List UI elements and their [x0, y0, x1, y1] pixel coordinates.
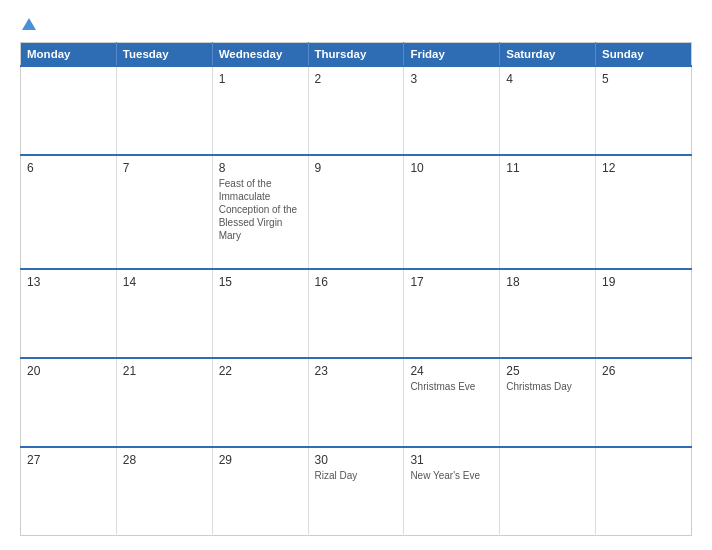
calendar-cell: 26 — [596, 358, 692, 447]
calendar-cell — [116, 66, 212, 155]
calendar-cell: 14 — [116, 269, 212, 358]
day-number: 16 — [315, 275, 398, 289]
calendar-cell: 21 — [116, 358, 212, 447]
calendar-page: MondayTuesdayWednesdayThursdayFridaySatu… — [0, 0, 712, 550]
day-number: 28 — [123, 453, 206, 467]
calendar-cell: 12 — [596, 155, 692, 270]
calendar-cell: 28 — [116, 447, 212, 536]
day-number: 26 — [602, 364, 685, 378]
calendar-cell — [500, 447, 596, 536]
day-number: 19 — [602, 275, 685, 289]
calendar-cell: 9 — [308, 155, 404, 270]
calendar-cell: 29 — [212, 447, 308, 536]
day-number: 27 — [27, 453, 110, 467]
week-row-1: 678Feast of the Immaculate Conception of… — [21, 155, 692, 270]
day-number: 9 — [315, 161, 398, 175]
weekday-saturday: Saturday — [500, 43, 596, 67]
event-text: Rizal Day — [315, 469, 398, 482]
day-number: 12 — [602, 161, 685, 175]
weekday-tuesday: Tuesday — [116, 43, 212, 67]
week-row-3: 2021222324Christmas Eve25Christmas Day26 — [21, 358, 692, 447]
calendar-cell: 2 — [308, 66, 404, 155]
calendar-cell: 1 — [212, 66, 308, 155]
calendar-cell: 11 — [500, 155, 596, 270]
week-row-2: 13141516171819 — [21, 269, 692, 358]
day-number: 31 — [410, 453, 493, 467]
calendar-cell — [21, 66, 117, 155]
day-number: 1 — [219, 72, 302, 86]
calendar-cell: 19 — [596, 269, 692, 358]
weekday-header-row: MondayTuesdayWednesdayThursdayFridaySatu… — [21, 43, 692, 67]
event-text: New Year's Eve — [410, 469, 493, 482]
calendar-cell: 4 — [500, 66, 596, 155]
day-number: 29 — [219, 453, 302, 467]
calendar-cell: 3 — [404, 66, 500, 155]
week-row-4: 27282930Rizal Day31New Year's Eve — [21, 447, 692, 536]
day-number: 10 — [410, 161, 493, 175]
calendar-cell: 23 — [308, 358, 404, 447]
calendar-cell: 20 — [21, 358, 117, 447]
day-number: 24 — [410, 364, 493, 378]
weekday-sunday: Sunday — [596, 43, 692, 67]
day-number: 18 — [506, 275, 589, 289]
calendar-cell: 24Christmas Eve — [404, 358, 500, 447]
calendar-cell: 18 — [500, 269, 596, 358]
event-text: Christmas Day — [506, 380, 589, 393]
day-number: 17 — [410, 275, 493, 289]
day-number: 15 — [219, 275, 302, 289]
logo — [20, 18, 36, 32]
calendar-cell: 25Christmas Day — [500, 358, 596, 447]
week-row-0: 12345 — [21, 66, 692, 155]
day-number: 25 — [506, 364, 589, 378]
day-number: 22 — [219, 364, 302, 378]
logo-triangle-icon — [22, 18, 36, 30]
day-number: 23 — [315, 364, 398, 378]
calendar-cell: 15 — [212, 269, 308, 358]
calendar-cell: 10 — [404, 155, 500, 270]
calendar-cell: 6 — [21, 155, 117, 270]
day-number: 2 — [315, 72, 398, 86]
calendar-cell: 17 — [404, 269, 500, 358]
day-number: 5 — [602, 72, 685, 86]
calendar-cell: 8Feast of the Immaculate Conception of t… — [212, 155, 308, 270]
event-text: Feast of the Immaculate Conception of th… — [219, 177, 302, 242]
day-number: 21 — [123, 364, 206, 378]
calendar-cell: 13 — [21, 269, 117, 358]
calendar-cell: 22 — [212, 358, 308, 447]
calendar-cell: 30Rizal Day — [308, 447, 404, 536]
day-number: 14 — [123, 275, 206, 289]
day-number: 7 — [123, 161, 206, 175]
calendar-cell: 27 — [21, 447, 117, 536]
day-number: 6 — [27, 161, 110, 175]
calendar-cell: 16 — [308, 269, 404, 358]
calendar-table: MondayTuesdayWednesdayThursdayFridaySatu… — [20, 42, 692, 536]
event-text: Christmas Eve — [410, 380, 493, 393]
weekday-wednesday: Wednesday — [212, 43, 308, 67]
weekday-friday: Friday — [404, 43, 500, 67]
day-number: 11 — [506, 161, 589, 175]
day-number: 30 — [315, 453, 398, 467]
day-number: 13 — [27, 275, 110, 289]
calendar-cell: 5 — [596, 66, 692, 155]
day-number: 20 — [27, 364, 110, 378]
day-number: 3 — [410, 72, 493, 86]
day-number: 4 — [506, 72, 589, 86]
calendar-cell: 31New Year's Eve — [404, 447, 500, 536]
weekday-thursday: Thursday — [308, 43, 404, 67]
calendar-cell — [596, 447, 692, 536]
header — [20, 18, 692, 32]
calendar-cell: 7 — [116, 155, 212, 270]
day-number: 8 — [219, 161, 302, 175]
weekday-monday: Monday — [21, 43, 117, 67]
